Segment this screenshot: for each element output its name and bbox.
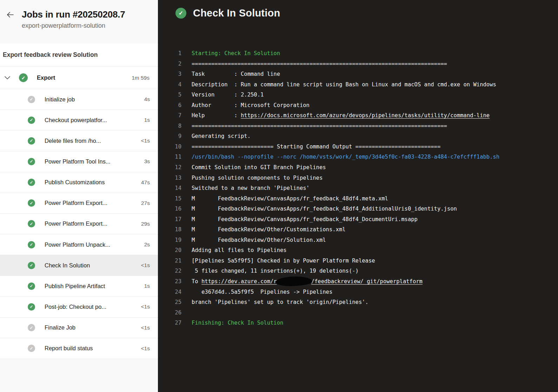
log-line-number[interactable]: 25 [158, 297, 181, 308]
success-check-icon: ✓ [19, 73, 28, 82]
step-duration: 2s [144, 241, 150, 248]
success-check-icon: ✓ [28, 262, 35, 269]
log-line-text: /usr/bin/bash --noprofile --norc /home/v… [192, 152, 499, 162]
log-line-text: Version : 2.250.1 [192, 90, 264, 100]
step-label: Power Platform Export... [45, 200, 107, 206]
run-title: Jobs in run #20250208.7 [22, 9, 125, 20]
log-line: 17M FeedbackReview/CanvasApps/fr_feedbac… [158, 214, 558, 225]
step-row-publish-customizations[interactable]: ✓Publish Customizations47s [0, 172, 158, 193]
log-line-number[interactable]: 6 [158, 100, 181, 111]
step-row-power-platform-export[interactable]: ✓Power Platform Export...27s [0, 193, 158, 214]
back-arrow-icon[interactable] [5, 9, 15, 20]
step-duration: 1s [144, 117, 150, 123]
step-label: Report build status [45, 345, 93, 352]
step-row-delete-files-from-ho[interactable]: ✓Delete files from /ho...<1s [0, 131, 158, 151]
step-duration: 1s [144, 283, 150, 289]
step-duration: <1s [141, 262, 150, 268]
log-line: 21[Pipelines 5a5f9f5] Checked in by Powe… [158, 256, 558, 266]
log-line: 19M FeedbackReview/Other/Solution.xml [158, 235, 558, 246]
log-line-number[interactable]: 5 [158, 90, 181, 100]
log-line: 23To https://dev.azure.com/r/feedbackrev… [158, 277, 558, 287]
log-line-number[interactable]: 22 [158, 266, 181, 277]
log-line-number[interactable]: 11 [158, 152, 181, 162]
step-duration: 47s [141, 179, 150, 186]
success-check-icon: ✓ [28, 158, 35, 165]
run-header: Jobs in run #20250208.7 export-powerplat… [0, 0, 158, 44]
log-line-number[interactable]: 27 [158, 318, 181, 328]
log-line-text: Generating script. [192, 131, 251, 142]
log-header: ✓ Check In Solution [158, 0, 558, 19]
log-line-number[interactable]: 12 [158, 162, 181, 173]
log-line-number[interactable]: 18 [158, 225, 181, 235]
log-line-number[interactable]: 20 [158, 245, 181, 256]
step-row-initialize-job[interactable]: ✓Initialize job4s [0, 89, 158, 110]
log-line-text: Switched to a new branch 'Pipelines' [192, 183, 310, 194]
step-row-finalize-job[interactable]: ✓Finalize Job<1s [0, 318, 158, 338]
log-line-number[interactable]: 9 [158, 131, 181, 142]
log-line: 1Starting: Check In Solution [158, 48, 558, 59]
log-line-number[interactable]: 14 [158, 183, 181, 194]
stage-header: Export feedback review Solution [0, 44, 158, 67]
log-line-number[interactable]: 16 [158, 204, 181, 214]
job-row-export[interactable]: ✓ Export 1m 59s [0, 67, 158, 89]
log-line: 8=======================================… [158, 121, 558, 132]
log-line-text: Adding all files to Pipelines [192, 245, 287, 256]
log-line-number[interactable]: 3 [158, 69, 181, 80]
log-line-number[interactable]: 19 [158, 235, 181, 246]
log-line-number[interactable]: 10 [158, 142, 181, 152]
log-panel: ✓ Check In Solution 1Starting: Check In … [158, 0, 558, 392]
log-line-number[interactable]: 7 [158, 111, 181, 121]
log-line-number[interactable]: 4 [158, 80, 181, 90]
log-line-number[interactable]: 13 [158, 173, 181, 184]
step-row-power-platform-tool-ins[interactable]: ✓Power Platform Tool Ins...3s [0, 151, 158, 172]
log-line: 10========================= Starting Com… [158, 142, 558, 152]
step-row-check-in-solution[interactable]: ✓Check In Solution<1s [0, 255, 158, 276]
success-check-icon: ✓ [175, 8, 186, 19]
log-text-segment: Help : [192, 112, 241, 119]
log-line-number[interactable]: 24 [158, 287, 181, 298]
step-row-report-build-status[interactable]: ✓Report build status<1s [0, 338, 158, 359]
log-link[interactable]: /feedbackreview/_git/powerplatform [311, 278, 423, 285]
step-duration: <1s [141, 325, 150, 331]
step-label: Checkout powerplatfor... [45, 117, 107, 124]
step-row-checkout-powerplatfor[interactable]: ✓Checkout powerplatfor...1s [0, 110, 158, 131]
log-line: 15M FeedbackReview/CanvasApps/fr_feedbac… [158, 194, 558, 204]
redaction-blob [275, 276, 312, 287]
log-line: 26 [158, 308, 558, 318]
log-line-number[interactable]: 17 [158, 214, 181, 225]
neutral-check-icon: ✓ [28, 324, 35, 331]
step-duration: <1s [141, 138, 150, 144]
log-link[interactable]: https://dev.azure.com/r [201, 278, 277, 285]
log-line-number[interactable]: 1 [158, 48, 181, 59]
stage-list: Export feedback review Solution ✓ Export… [0, 44, 158, 359]
log-line-text: M FeedbackReview/CanvasApps/fr_feedback_… [192, 204, 457, 214]
step-row-post-job-checkout-po[interactable]: ✓Post-job: Checkout po...<1s [0, 297, 158, 317]
log-line: 12Commit Solution into GIT Branch Pipeli… [158, 162, 558, 173]
log-line-number[interactable]: 2 [158, 59, 181, 69]
log-line-text: ========================= Starting Comma… [192, 142, 440, 152]
sidebar-footer [0, 359, 158, 392]
step-label: Power Platform Unpack... [45, 241, 110, 248]
log-line: 18M FeedbackReview/Other/Customizations.… [158, 225, 558, 235]
step-row-power-platform-export[interactable]: ✓Power Platform Export...29s [0, 214, 158, 234]
log-link[interactable]: https://docs.microsoft.com/azure/devops/… [241, 112, 490, 119]
chevron-down-icon[interactable] [4, 74, 11, 82]
log-line-text: Pushing solution components to Pipelines [192, 173, 323, 184]
success-check-icon: ✓ [28, 117, 35, 124]
step-row-publish-pipeline-artifact[interactable]: ✓Publish Pipeline Artifact1s [0, 276, 158, 297]
step-row-power-platform-unpack[interactable]: ✓Power Platform Unpack...2s [0, 234, 158, 255]
log-line-text: Finishing: Check In Solution [192, 318, 283, 328]
step-label: Publish Pipeline Artifact [45, 283, 105, 290]
jobs-sidebar: Jobs in run #20250208.7 export-powerplat… [0, 0, 158, 392]
step-label: Finalize Job [45, 324, 75, 331]
log-line-number[interactable]: 23 [158, 277, 181, 287]
log-line-text: Author : Microsoft Corporation [192, 100, 310, 111]
step-duration: 4s [144, 96, 150, 102]
step-label: Initialize job [45, 96, 75, 103]
log-line-number[interactable]: 8 [158, 121, 181, 132]
success-check-icon: ✓ [28, 179, 35, 186]
log-line-number[interactable]: 15 [158, 194, 181, 204]
success-check-icon: ✓ [28, 199, 35, 207]
log-line-number[interactable]: 21 [158, 256, 181, 266]
log-line-number[interactable]: 26 [158, 308, 181, 318]
